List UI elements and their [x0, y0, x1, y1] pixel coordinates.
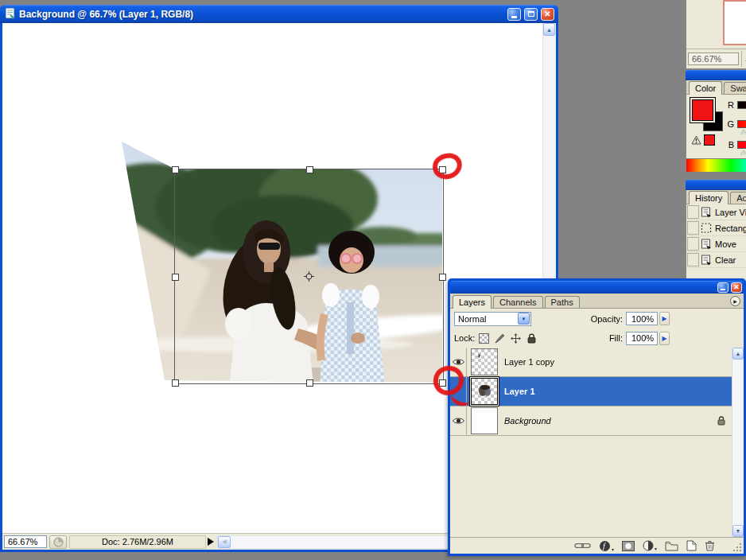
gamut-color-swatch[interactable]	[704, 134, 715, 146]
navigator-zoom-field[interactable]: 66.67%	[688, 52, 739, 65]
scroll-down-button[interactable]: ▼	[732, 525, 744, 537]
opacity-field[interactable]: 100%	[626, 312, 658, 325]
history-source-checkbox[interactable]	[687, 221, 699, 235]
blue-channel-label: B	[726, 140, 734, 150]
adjustment-layer-button[interactable]: ▾	[643, 540, 657, 551]
tab-color[interactable]: Color	[689, 81, 722, 95]
palette-close-button[interactable]: ✕	[731, 282, 742, 293]
add-layer-mask-button[interactable]	[622, 541, 635, 551]
history-item-label: Move	[715, 239, 736, 249]
lock-transparency-button[interactable]	[477, 332, 491, 344]
history-panel-titlebar[interactable]	[686, 180, 746, 190]
color-panel-titlebar[interactable]	[686, 70, 746, 80]
transform-handle-middle-left[interactable]	[172, 274, 179, 281]
navigator-view-box[interactable]	[723, 0, 746, 45]
layer-name[interactable]: Layer 1	[504, 387, 535, 396]
layer-name[interactable]: Layer 1 copy	[504, 357, 554, 367]
minimize-icon	[721, 289, 725, 290]
history-source-checkbox[interactable]	[687, 237, 699, 251]
marquee-icon	[701, 223, 712, 233]
green-channel-slider[interactable]	[737, 120, 746, 128]
layer-thumbnail[interactable]	[471, 348, 498, 375]
history-item[interactable]: Move	[686, 236, 746, 252]
photoshop-workspace: Background @ 66.7% (Layer 1, RGB/8) ✕ ▲ …	[0, 0, 746, 560]
tab-actions[interactable]: Actions	[730, 192, 746, 204]
transform-handle-bottom-left[interactable]	[172, 379, 179, 387]
status-timer-button[interactable]	[49, 535, 67, 549]
maximize-button[interactable]	[524, 8, 538, 21]
transform-handle-middle-right[interactable]	[439, 274, 446, 281]
document-titlebar[interactable]: Background @ 66.7% (Layer 1, RGB/8) ✕	[0, 5, 558, 23]
scroll-left-button[interactable]: ◀	[218, 536, 231, 548]
link-layers-button[interactable]	[574, 542, 591, 550]
new-layer-button[interactable]	[686, 540, 697, 551]
lock-fill-row: Lock: Fill: 100% ▶	[450, 329, 744, 348]
lock-all-button[interactable]	[525, 332, 538, 344]
opacity-spinner-icon[interactable]: ▶	[659, 312, 670, 325]
delete-layer-button[interactable]	[705, 540, 715, 551]
green-slider-thumb[interactable]	[740, 130, 746, 134]
blue-slider-thumb[interactable]	[740, 150, 746, 155]
blend-mode-select[interactable]: Normal ▼	[454, 312, 531, 326]
zoom-level-field[interactable]: 66.67%	[4, 535, 47, 548]
layer-row-layer1[interactable]: Layer 1	[450, 377, 732, 406]
history-panel: History Actions Layer Via Copy Rectangul…	[686, 180, 746, 283]
blend-mode-value: Normal	[455, 314, 518, 324]
layers-scrollbar[interactable]: ▲ ▼	[732, 348, 744, 537]
transform-handle-top-left[interactable]	[172, 166, 179, 173]
history-source-checkbox[interactable]	[687, 253, 699, 266]
minimize-button[interactable]	[507, 8, 521, 21]
window-title: Background @ 66.7% (Layer 1, RGB/8)	[19, 9, 504, 20]
brush-icon	[495, 333, 505, 344]
gamut-warning[interactable]	[691, 134, 715, 146]
color-panel-body: Color Swatches R G B	[686, 80, 746, 172]
status-menu-arrow-icon[interactable]	[208, 538, 214, 546]
layer-row-layer1copy[interactable]: Layer 1 copy	[450, 348, 732, 377]
resize-grip[interactable]	[732, 542, 743, 553]
scroll-up-button[interactable]: ▲	[732, 348, 744, 360]
move-icon	[511, 333, 521, 344]
color-spectrum-ramp[interactable]	[686, 158, 746, 172]
eye-icon	[453, 358, 464, 366]
scroll-up-button[interactable]: ▲	[543, 23, 555, 36]
layer-row-background[interactable]: Background	[450, 406, 732, 436]
transform-reference-point[interactable]	[304, 271, 314, 282]
foreground-color-swatch[interactable]	[692, 99, 713, 121]
close-button[interactable]: ✕	[541, 8, 554, 21]
layer-name[interactable]: Background	[504, 416, 551, 426]
new-group-button[interactable]	[665, 541, 678, 551]
lock-label: Lock:	[454, 333, 475, 343]
palette-menu-button[interactable]: ▶	[730, 296, 740, 306]
layer-thumbnail[interactable]	[471, 378, 498, 405]
free-transform-box	[174, 169, 444, 384]
warning-triangle-icon	[691, 135, 701, 145]
blue-channel-slider[interactable]	[737, 141, 746, 149]
history-item-label: Rectangular Marquee	[715, 224, 746, 233]
fill-field[interactable]: 100%	[626, 332, 658, 345]
tab-swatches[interactable]: Swatches	[724, 82, 746, 94]
history-item-label: Clear	[715, 255, 736, 265]
layer-thumbnail[interactable]	[471, 407, 498, 434]
history-item[interactable]: Layer Via Copy	[686, 204, 746, 220]
tab-history[interactable]: History	[689, 191, 729, 204]
document-size-info: Doc: 2.76M/2.96M	[69, 535, 206, 549]
palette-minimize-button[interactable]	[717, 282, 729, 293]
color-tab-row: Color Swatches	[686, 80, 746, 95]
visibility-toggle[interactable]	[450, 406, 467, 435]
caret-down-icon: ▾	[655, 546, 657, 551]
lock-position-button[interactable]	[509, 332, 523, 344]
transform-handle-top-center[interactable]	[306, 166, 313, 173]
fill-spinner-icon[interactable]: ▶	[659, 332, 670, 345]
history-item[interactable]: Rectangular Marquee	[686, 220, 746, 236]
transform-handle-bottom-center[interactable]	[306, 379, 313, 387]
combo-dropdown-icon[interactable]: ▼	[518, 313, 530, 325]
layers-palette-titlebar[interactable]: ✕	[450, 281, 744, 294]
lock-pixels-button[interactable]	[493, 332, 507, 344]
red-channel-slider[interactable]	[737, 101, 746, 109]
history-source-checkbox[interactable]	[687, 205, 699, 219]
tab-channels[interactable]: Channels	[493, 296, 542, 308]
layer-style-button[interactable]: f ▾	[599, 540, 614, 552]
tab-layers[interactable]: Layers	[453, 295, 492, 309]
tab-paths[interactable]: Paths	[545, 296, 580, 308]
history-item[interactable]: Clear	[686, 252, 746, 268]
